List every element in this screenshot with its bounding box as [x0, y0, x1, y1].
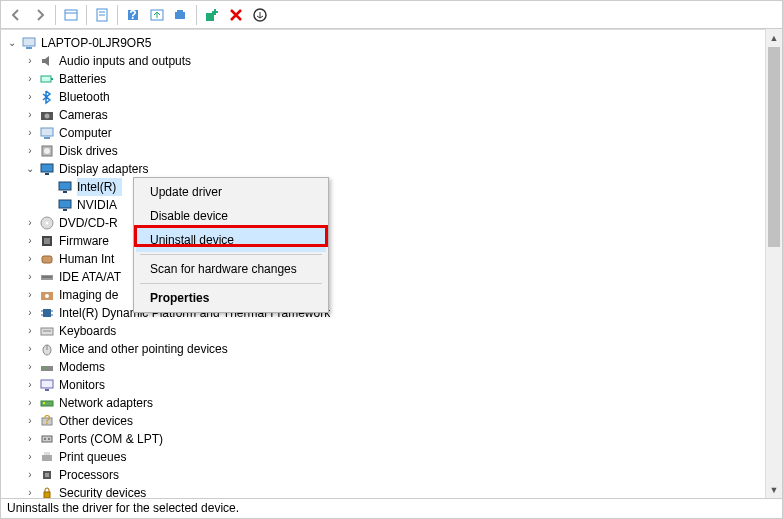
ide-icon [39, 269, 55, 285]
tree-category-label: Print queues [59, 448, 132, 466]
expand-icon[interactable]: › [23, 324, 37, 338]
svg-rect-21 [44, 137, 50, 139]
svg-rect-14 [23, 38, 35, 46]
svg-point-53 [43, 402, 45, 404]
expand-icon[interactable]: ⌄ [23, 162, 37, 176]
expand-icon[interactable]: › [23, 216, 37, 230]
expand-icon[interactable]: › [23, 234, 37, 248]
disk-icon [39, 143, 55, 159]
monitor-icon [39, 377, 55, 393]
display-icon [57, 179, 73, 195]
svg-rect-51 [45, 389, 49, 391]
tree-category[interactable]: ›Processors [1, 466, 782, 484]
expand-icon[interactable]: › [23, 414, 37, 428]
svg-rect-24 [41, 164, 53, 172]
vertical-scrollbar[interactable]: ▲ ▼ [765, 29, 782, 498]
expand-icon[interactable]: › [23, 396, 37, 410]
expand-icon[interactable]: › [23, 144, 37, 158]
help-button[interactable]: ? [122, 4, 144, 26]
tree-category[interactable]: ›Ports (COM & LPT) [1, 430, 782, 448]
expand-icon[interactable]: › [23, 468, 37, 482]
expand-icon[interactable]: › [23, 252, 37, 266]
tree-category[interactable]: ⌄Display adapters [1, 160, 782, 178]
expand-icon[interactable]: › [23, 90, 37, 104]
tree-category[interactable]: ›Imaging de [1, 286, 782, 304]
expand-icon[interactable]: › [23, 72, 37, 86]
tree-category[interactable]: ›Mice and other pointing devices [1, 340, 782, 358]
mouse-icon [39, 341, 55, 357]
svg-rect-62 [45, 473, 49, 477]
menu-item[interactable]: Properties [136, 286, 326, 310]
svg-rect-17 [51, 78, 53, 80]
add-legacy-button[interactable] [201, 4, 223, 26]
toolbar-separator [196, 5, 197, 25]
toolbar: ? [1, 1, 782, 29]
properties-button[interactable] [91, 4, 113, 26]
tree-category[interactable]: ›Print queues [1, 448, 782, 466]
tree-device[interactable]: Intel(R) [1, 178, 782, 196]
tree-category[interactable]: ›Bluetooth [1, 88, 782, 106]
tree-device[interactable]: NVIDIA [1, 196, 782, 214]
svg-rect-9 [177, 10, 183, 12]
expand-icon[interactable]: › [23, 306, 37, 320]
forward-button[interactable] [29, 4, 51, 26]
tree-category[interactable]: ›?Other devices [1, 412, 782, 430]
scan-hardware-button[interactable] [170, 4, 192, 26]
svg-point-19 [45, 114, 50, 119]
scroll-thumb[interactable] [768, 47, 780, 247]
tree-category[interactable]: ›Intel(R) Dynamic Platform and Thermal F… [1, 304, 782, 322]
hid-icon [39, 251, 55, 267]
tree-category[interactable]: ›Keyboards [1, 322, 782, 340]
menu-item[interactable]: Update driver [136, 180, 326, 204]
expand-icon[interactable]: › [23, 450, 37, 464]
scroll-down-icon[interactable]: ▼ [766, 481, 782, 498]
tree-category[interactable]: ›Security devices [1, 484, 782, 498]
tree-category[interactable]: ›Batteries [1, 70, 782, 88]
tree-category[interactable]: ›DVD/CD-R [1, 214, 782, 232]
uninstall-button[interactable] [225, 4, 247, 26]
tree-category[interactable]: ›Disk drives [1, 142, 782, 160]
expand-icon[interactable]: › [23, 54, 37, 68]
tree-root[interactable]: ⌄ LAPTOP-0LJR9OR5 [1, 34, 782, 52]
expand-icon[interactable]: › [23, 288, 37, 302]
menu-item[interactable]: Uninstall device [136, 228, 326, 252]
svg-rect-39 [43, 309, 51, 317]
tree-category[interactable]: ›Audio inputs and outputs [1, 52, 782, 70]
expand-icon[interactable]: › [23, 432, 37, 446]
expand-icon[interactable]: › [23, 378, 37, 392]
more-button[interactable] [249, 4, 271, 26]
tree-category[interactable]: ›Human Int [1, 250, 782, 268]
tree-category[interactable]: ›Modems [1, 358, 782, 376]
expand-icon[interactable]: › [23, 108, 37, 122]
svg-rect-12 [212, 11, 218, 13]
tree-category[interactable]: ›Computer [1, 124, 782, 142]
tree-category[interactable]: ›IDE ATA/AT [1, 268, 782, 286]
expand-icon[interactable]: › [23, 486, 37, 498]
expand-icon[interactable]: › [23, 126, 37, 140]
expand-icon[interactable]: › [23, 342, 37, 356]
computer-icon [21, 35, 37, 51]
menu-item[interactable]: Disable device [136, 204, 326, 228]
expand-icon[interactable]: › [23, 270, 37, 284]
update-driver-button[interactable] [146, 4, 168, 26]
camera-icon [39, 107, 55, 123]
expand-icon[interactable]: › [23, 360, 37, 374]
tree-category[interactable]: ›Network adapters [1, 394, 782, 412]
tree-category[interactable]: ›Cameras [1, 106, 782, 124]
device-tree: ⌄ LAPTOP-0LJR9OR5 ›Audio inputs and outp… [1, 30, 782, 498]
tree-category[interactable]: ›Monitors [1, 376, 782, 394]
menu-item[interactable]: Scan for hardware changes [136, 257, 326, 281]
tree-category-label: Monitors [59, 376, 111, 394]
svg-rect-34 [42, 256, 52, 263]
svg-point-31 [46, 222, 49, 225]
tree-device-label: Intel(R) [77, 178, 122, 196]
back-button[interactable] [5, 4, 27, 26]
tree-category-label: Other devices [59, 412, 139, 430]
tree-category[interactable]: ›Firmware [1, 232, 782, 250]
tree-category-label: Security devices [59, 484, 152, 498]
computer-icon [39, 125, 55, 141]
expand-icon[interactable]: ⌄ [5, 36, 19, 50]
scroll-up-icon[interactable]: ▲ [766, 29, 782, 46]
svg-rect-0 [65, 10, 77, 20]
show-hidden-button[interactable] [60, 4, 82, 26]
